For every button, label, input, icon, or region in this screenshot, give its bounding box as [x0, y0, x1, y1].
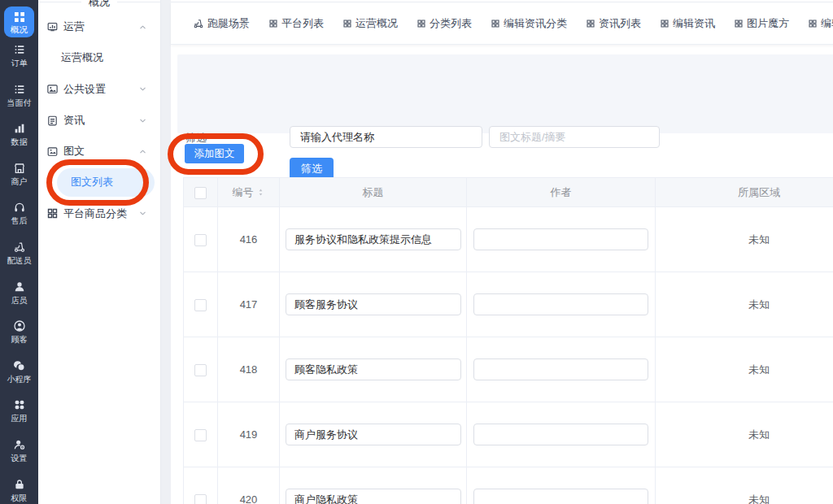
- rail-item[interactable]: 售后: [0, 199, 38, 238]
- rail-item-label: 权限: [11, 493, 28, 503]
- table-header-row: 编号 标题 作者 所属区域: [184, 178, 833, 207]
- rail-item[interactable]: 顾客: [0, 318, 38, 357]
- row-title-input[interactable]: [286, 358, 461, 380]
- agent-name-input[interactable]: [290, 126, 482, 148]
- tab-label: 跑腿场景: [207, 16, 250, 31]
- table-row: 417 未知: [184, 272, 833, 337]
- tab-item[interactable]: 图片魔方: [734, 16, 789, 31]
- menu-item-label: 运营: [63, 20, 85, 34]
- row-author-input[interactable]: [473, 424, 648, 445]
- rail-item[interactable]: 店员: [0, 279, 38, 318]
- row-author-input[interactable]: [473, 358, 648, 380]
- filter-panel: 筛选 筛选: [177, 54, 833, 133]
- menu-item-icon: [46, 115, 59, 127]
- menu-item-icon: [46, 21, 59, 33]
- tab-label: 资讯列表: [599, 16, 641, 31]
- rail-item-icon: [13, 478, 26, 491]
- tab-item[interactable]: 资讯列表: [586, 16, 641, 31]
- row-region: 未知: [656, 272, 833, 337]
- tab-icon: [660, 19, 669, 28]
- tab-label: 编辑资讯: [673, 16, 715, 31]
- articles-table: 编号 标题 作者 所属区域 416 未知 417 未知 418 未知 4: [183, 177, 833, 504]
- rail-item[interactable]: 订单: [0, 41, 38, 80]
- rail-item-icon: [13, 11, 26, 24]
- table-row: 420 未知: [184, 467, 833, 504]
- rail-item-icon: [13, 122, 26, 135]
- tab-item[interactable]: 跑腿场景: [193, 16, 250, 31]
- row-title-input[interactable]: [286, 293, 461, 315]
- rail-item[interactable]: 应用: [0, 397, 38, 436]
- sidebar-menu-item[interactable]: 平台商品分类: [38, 198, 160, 228]
- row-title-input[interactable]: [286, 424, 461, 445]
- rail-item-label: 订单: [11, 59, 28, 68]
- tab-label: 平台列表: [281, 16, 324, 31]
- tab-item[interactable]: 平台列表: [268, 16, 324, 31]
- rail-item-icon: [13, 201, 26, 214]
- rail-item[interactable]: 权限: [0, 476, 38, 504]
- chevron-icon: [138, 116, 147, 125]
- row-author-input[interactable]: [473, 293, 648, 315]
- rail-item[interactable]: 当面付: [0, 81, 38, 120]
- tab-icon: [491, 19, 500, 28]
- menu-item-label: 平台商品分类: [63, 206, 127, 221]
- tab-icon: [193, 18, 204, 29]
- rail-item[interactable]: 设置: [0, 437, 38, 476]
- row-author-input[interactable]: [473, 228, 648, 250]
- rail-item-icon: [13, 280, 26, 293]
- rail-item[interactable]: 配送员: [0, 239, 38, 278]
- rail-item-icon: [13, 359, 26, 372]
- row-region: 未知: [656, 337, 833, 402]
- title-summary-input[interactable]: [489, 126, 660, 148]
- tab-item[interactable]: 编辑资讯: [660, 16, 715, 31]
- rail-item[interactable]: 小程序: [0, 358, 38, 397]
- sidebar-menu-item[interactable]: 公共设置: [38, 74, 160, 105]
- tab-icon: [734, 19, 744, 28]
- tab-item[interactable]: 运营概况: [342, 16, 398, 31]
- sidebar-menu-item[interactable]: 图文: [38, 136, 160, 167]
- chevron-icon: [138, 85, 147, 93]
- rail-item[interactable]: 商户: [0, 160, 38, 199]
- column-header-title: 标题: [280, 178, 467, 207]
- row-id: 417: [218, 272, 280, 337]
- tab-icon: [808, 19, 818, 28]
- menu-item-icon: [46, 146, 59, 158]
- rail-item-label: 应用: [11, 414, 28, 424]
- rail-item-label: 售后: [11, 216, 28, 226]
- row-checkbox[interactable]: [194, 429, 207, 441]
- tab-label: 编辑图文: [821, 16, 833, 31]
- row-region: 未知: [656, 467, 833, 504]
- tab-item[interactable]: 编辑图文: [808, 16, 833, 31]
- column-header-author: 作者: [467, 178, 656, 207]
- rail-item[interactable]: 概况: [4, 7, 34, 37]
- sidebar-menu-item[interactable]: 运营概况: [38, 42, 160, 73]
- row-title-input[interactable]: [286, 228, 461, 250]
- sidebar-menu: 运营 运营概况 公共设置 资讯 图文 图文列表 平台商品分类: [38, 11, 160, 229]
- sort-icon[interactable]: [256, 186, 265, 198]
- row-checkbox[interactable]: [194, 234, 207, 246]
- rail-item-icon: [13, 162, 26, 175]
- row-title-input[interactable]: [286, 489, 461, 504]
- row-checkbox[interactable]: [194, 364, 207, 376]
- tab-item[interactable]: 分类列表: [416, 16, 472, 31]
- select-all-checkbox[interactable]: [194, 187, 207, 199]
- sidebar-menu-item[interactable]: 运营: [38, 11, 160, 42]
- row-author-input[interactable]: [473, 489, 648, 504]
- sidebar-menu-item[interactable]: 图文列表: [57, 168, 155, 197]
- tab-icon: [586, 19, 595, 28]
- menu-item-label: 资讯: [63, 113, 85, 128]
- rail-item[interactable]: 数据: [0, 120, 38, 159]
- menu-item-icon: [46, 83, 59, 95]
- rail-item-icon: [13, 398, 26, 411]
- row-checkbox[interactable]: [194, 494, 207, 504]
- rail-item-label: 小程序: [7, 375, 32, 385]
- tab-icon: [416, 19, 426, 28]
- rail-item-icon: [13, 438, 26, 451]
- rail-item-label: 顾客: [11, 335, 28, 345]
- select-all-cell: [184, 178, 218, 207]
- add-article-button[interactable]: 添加图文: [185, 144, 244, 163]
- tab-label: 编辑资讯分类: [504, 16, 567, 31]
- tab-item[interactable]: 编辑资讯分类: [491, 16, 567, 31]
- row-checkbox[interactable]: [194, 299, 207, 311]
- sidebar-menu-item[interactable]: 资讯: [38, 105, 160, 136]
- tab-label: 图片魔方: [747, 16, 789, 31]
